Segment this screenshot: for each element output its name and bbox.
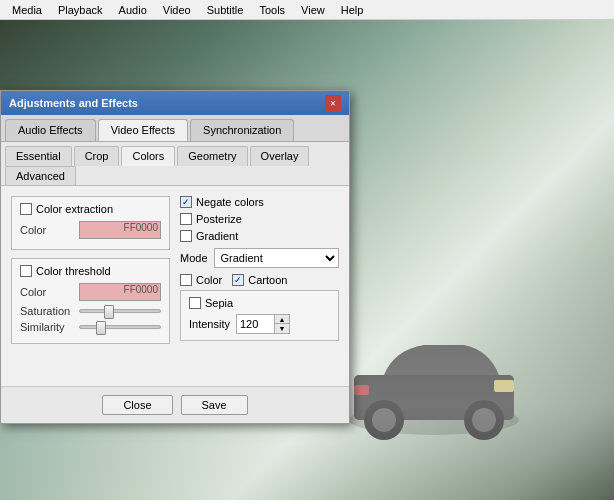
- color-check-label[interactable]: Color: [180, 274, 222, 286]
- color-threshold-color-label: Color: [20, 286, 75, 298]
- color-extraction-section: Color extraction Color FF0000: [11, 196, 170, 250]
- adjustments-dialog: Adjustments and Effects × Audio Effects …: [0, 90, 350, 424]
- intensity-label: Intensity: [189, 318, 230, 330]
- color-extraction-label[interactable]: Color extraction: [20, 203, 113, 215]
- saturation-row: Saturation: [20, 305, 161, 317]
- color-extraction-checkbox[interactable]: [20, 203, 32, 215]
- dialog-content: Color extraction Color FF0000: [1, 186, 349, 386]
- color-cartoon-row: Color ✓ Cartoon: [180, 274, 339, 286]
- color-threshold-checkbox[interactable]: [20, 265, 32, 277]
- menu-video[interactable]: Video: [155, 2, 199, 18]
- intensity-row: Intensity ▲ ▼: [189, 314, 330, 334]
- color-extraction-color-input[interactable]: FF0000: [79, 221, 161, 239]
- tab-video-effects[interactable]: Video Effects: [98, 119, 188, 141]
- similarity-row: Similarity: [20, 321, 161, 333]
- close-button[interactable]: Close: [102, 395, 172, 415]
- dialog-footer: Close Save: [1, 386, 349, 423]
- similarity-thumb[interactable]: [96, 321, 106, 335]
- svg-point-3: [372, 408, 396, 432]
- tab-colors[interactable]: Colors: [121, 146, 175, 166]
- mode-row: Mode Gradient: [180, 248, 339, 268]
- svg-rect-6: [494, 380, 514, 392]
- posterize-checkbox[interactable]: [180, 213, 192, 225]
- menu-playback[interactable]: Playback: [50, 2, 111, 18]
- color-threshold-color-input[interactable]: FF0000: [79, 283, 161, 301]
- spinbox-arrows: ▲ ▼: [274, 314, 290, 334]
- intensity-spinbox: ▲ ▼: [236, 314, 290, 334]
- color-threshold-section: Color threshold Color FF0000 Saturation: [11, 258, 170, 344]
- menu-subtitle[interactable]: Subtitle: [199, 2, 252, 18]
- color-extraction-color-row: Color FF0000: [20, 221, 161, 239]
- negate-colors-checkbox[interactable]: ✓: [180, 196, 192, 208]
- dialog-overlay: Adjustments and Effects × Audio Effects …: [0, 90, 350, 424]
- top-tab-group: Audio Effects Video Effects Synchronizat…: [1, 115, 349, 142]
- color-check[interactable]: [180, 274, 192, 286]
- similarity-label: Similarity: [20, 321, 75, 333]
- tab-audio-effects[interactable]: Audio Effects: [5, 119, 96, 141]
- gradient-label[interactable]: Gradient: [180, 230, 238, 242]
- similarity-slider[interactable]: [79, 325, 161, 329]
- color-threshold-header: Color threshold: [20, 265, 161, 277]
- right-column: ✓ Negate colors Posterize: [180, 196, 339, 352]
- color-threshold-label[interactable]: Color threshold: [20, 265, 111, 277]
- cartoon-check-label[interactable]: ✓ Cartoon: [232, 274, 287, 286]
- color-extraction-color-label: Color: [20, 224, 75, 236]
- svg-rect-7: [354, 385, 369, 395]
- tab-synchronization[interactable]: Synchronization: [190, 119, 294, 141]
- menu-view[interactable]: View: [293, 2, 333, 18]
- gradient-row: Gradient: [180, 230, 339, 242]
- posterize-label[interactable]: Posterize: [180, 213, 242, 225]
- left-column: Color extraction Color FF0000: [11, 196, 170, 352]
- cartoon-check[interactable]: ✓: [232, 274, 244, 286]
- menu-tools[interactable]: Tools: [251, 2, 293, 18]
- sepia-checkbox[interactable]: [189, 297, 201, 309]
- menubar: Media Playback Audio Video Subtitle Tool…: [0, 0, 614, 20]
- saturation-slider[interactable]: [79, 309, 161, 313]
- sepia-label[interactable]: Sepia: [189, 297, 330, 309]
- menu-media[interactable]: Media: [4, 2, 50, 18]
- saturation-label: Saturation: [20, 305, 75, 317]
- posterize-row: Posterize: [180, 213, 339, 225]
- video-car-graphic: [334, 320, 534, 440]
- mode-select[interactable]: Gradient: [214, 248, 339, 268]
- dialog-close-button[interactable]: ×: [325, 95, 341, 111]
- menu-audio[interactable]: Audio: [111, 2, 155, 18]
- dialog-titlebar: Adjustments and Effects ×: [1, 91, 349, 115]
- saturation-thumb[interactable]: [104, 305, 114, 319]
- tab-advanced[interactable]: Advanced: [5, 166, 76, 185]
- intensity-input[interactable]: [236, 314, 274, 334]
- svg-point-5: [472, 408, 496, 432]
- negate-colors-row: ✓ Negate colors: [180, 196, 339, 208]
- save-button[interactable]: Save: [181, 395, 248, 415]
- sepia-section: Sepia Intensity ▲ ▼: [180, 290, 339, 341]
- tab-essential[interactable]: Essential: [5, 146, 72, 166]
- tab-geometry[interactable]: Geometry: [177, 146, 247, 166]
- tab-crop[interactable]: Crop: [74, 146, 120, 166]
- second-tab-group: Essential Crop Colors Geometry Overlay A…: [1, 142, 349, 186]
- menu-help[interactable]: Help: [333, 2, 372, 18]
- gradient-checkbox[interactable]: [180, 230, 192, 242]
- color-threshold-color-row: Color FF0000: [20, 283, 161, 301]
- intensity-spin-up[interactable]: ▲: [275, 315, 289, 324]
- dialog-title: Adjustments and Effects: [9, 97, 138, 109]
- mode-label: Mode: [180, 252, 208, 264]
- color-extraction-header: Color extraction: [20, 203, 161, 215]
- intensity-spin-down[interactable]: ▼: [275, 324, 289, 333]
- content-columns: Color extraction Color FF0000: [11, 196, 339, 352]
- tab-overlay[interactable]: Overlay: [250, 146, 310, 166]
- negate-colors-label[interactable]: ✓ Negate colors: [180, 196, 264, 208]
